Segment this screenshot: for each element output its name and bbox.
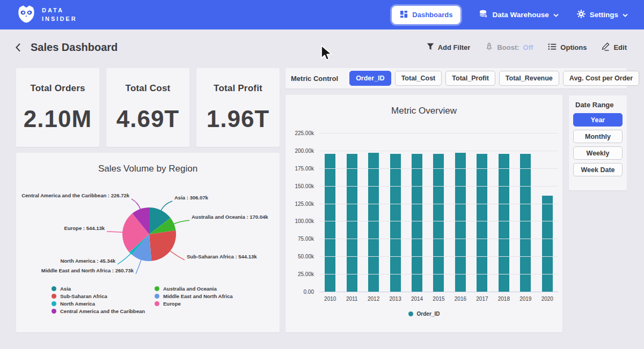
database-icon xyxy=(479,10,488,20)
pie-label-connector xyxy=(118,253,131,264)
nav-item-settings[interactable]: Settings xyxy=(577,10,628,20)
page-title: Sales Dashboard xyxy=(31,41,118,54)
bar-2015[interactable] xyxy=(433,154,444,292)
bar-chart-title: Metric Overview xyxy=(286,106,562,116)
legend-item-north-america[interactable]: North America xyxy=(52,301,155,307)
pie-slice-sub-saharan-africa[interactable] xyxy=(149,231,176,261)
bar-slot xyxy=(384,133,406,292)
bar-chart-card: Metric Overview 225.00k200.00k175.00k150… xyxy=(286,95,562,332)
pie-label-connector xyxy=(161,201,172,211)
legend-item-australia-and-oceania[interactable]: Australia and Oceania xyxy=(155,286,233,292)
x-axis: 2010201120122013201420152016201720182019… xyxy=(319,296,558,302)
x-tick-label: 2010 xyxy=(319,296,341,302)
add-filter-button[interactable]: Add Filter xyxy=(427,43,471,52)
bar-2010[interactable] xyxy=(325,154,335,292)
chevron-down-icon xyxy=(623,11,628,19)
bar-2012[interactable] xyxy=(368,153,379,292)
x-tick-label: 2014 xyxy=(406,296,428,302)
legend-item-sub-saharan-africa[interactable]: Sub-Saharan Africa xyxy=(52,293,155,299)
date-range-option-year[interactable]: Year xyxy=(573,113,623,127)
nav-item-dashboards[interactable]: Dashboards xyxy=(392,6,460,24)
boost-value: Off xyxy=(523,43,533,51)
kpi-value: 1.96T xyxy=(207,106,270,132)
bar-slot xyxy=(406,133,428,292)
pie-label-connector xyxy=(173,220,189,224)
chevron-left-icon xyxy=(15,43,21,52)
options-button[interactable]: Options xyxy=(548,43,587,52)
legend-item-central-america-and-the-caribbean[interactable]: Central America and the Caribbean xyxy=(52,308,155,314)
bar-slot xyxy=(493,133,515,292)
nav-item-data-warehouse[interactable]: Data Warehouse xyxy=(479,10,558,20)
metric-option-total-revenue[interactable]: Total_Revenue xyxy=(499,71,559,86)
bar-slot xyxy=(471,133,493,292)
legend-item-europe[interactable]: Europe xyxy=(155,301,233,307)
filter-icon xyxy=(427,43,434,52)
date-range-option-week-date[interactable]: Week Date xyxy=(573,163,623,176)
kpi-card-total-profit: Total Profit 1.96T xyxy=(196,68,280,147)
bar-2020[interactable] xyxy=(542,196,553,292)
bar-2011[interactable] xyxy=(347,154,357,292)
pie-label-middle-east-and-north-africa: Middle East and North Africa : 260.73k xyxy=(41,268,134,273)
pie-label-connector xyxy=(131,199,141,210)
date-range-card: Date Range YearMonthlyWeeklyWeek Date xyxy=(569,95,627,190)
date-range-options: YearMonthlyWeeklyWeek Date xyxy=(573,113,623,176)
legend-label: Europe xyxy=(163,301,181,307)
metric-option-avg-cost-per-order[interactable]: Avg. Cost per Order xyxy=(563,71,639,86)
bar-2019[interactable] xyxy=(520,154,531,292)
bar-2013[interactable] xyxy=(390,154,401,292)
brand-name: DATA INSIDER xyxy=(42,6,77,24)
back-button[interactable] xyxy=(15,43,21,52)
dashboard-header: Sales Dashboard Add Filter Boost: Off xyxy=(0,29,644,65)
metric-control-bar: Metric Control Order_IDTotal_CostTotal_P… xyxy=(286,68,627,88)
pie-label-asia: Asia : 306.07k xyxy=(174,195,209,201)
gridline xyxy=(319,221,558,221)
bar-legend[interactable]: Order_ID xyxy=(286,311,562,317)
metric-option-total-cost[interactable]: Total_Cost xyxy=(395,71,442,86)
edit-button[interactable]: Edit xyxy=(602,42,627,53)
bar-2014[interactable] xyxy=(412,154,422,292)
metric-option-order-id[interactable]: Order_ID xyxy=(349,71,391,86)
bar-slot xyxy=(363,133,384,292)
x-tick-label: 2011 xyxy=(341,296,362,302)
legend-label: Sub-Saharan Africa xyxy=(60,293,107,299)
legend-dot xyxy=(155,294,159,299)
date-range-option-monthly[interactable]: Monthly xyxy=(573,130,623,143)
x-tick-label: 2017 xyxy=(471,296,493,302)
bar-2016[interactable] xyxy=(455,153,466,292)
x-tick-label: 2018 xyxy=(493,296,515,302)
y-tick-label: 0.00 xyxy=(304,289,314,295)
bar-slot xyxy=(450,133,471,292)
bars xyxy=(319,133,558,292)
metric-option-total-profit[interactable]: Total_Profit xyxy=(445,71,495,86)
legend-dot xyxy=(52,309,56,314)
app-root: DATA INSIDER Dashboards xyxy=(0,0,644,349)
bar-2017[interactable] xyxy=(477,154,487,292)
pie-label-connector xyxy=(107,232,123,232)
owl-logo-icon xyxy=(16,4,36,26)
y-tick-label: 25.00k xyxy=(298,271,314,277)
x-tick-label: 2020 xyxy=(537,296,558,302)
metric-options: Order_IDTotal_CostTotal_ProfitTotal_Reve… xyxy=(349,71,639,86)
pie-label-north-america: North America : 45.34k xyxy=(60,258,115,264)
legend-dot xyxy=(52,301,56,306)
bar-slot xyxy=(428,133,449,292)
list-icon xyxy=(548,43,557,52)
pie-label-connector xyxy=(136,259,141,274)
kpi-label: Total Profit xyxy=(214,83,262,94)
boost-toggle[interactable]: Boost: Off xyxy=(485,42,533,53)
y-tick-label: 150.00k xyxy=(295,183,314,189)
kpi-value: 2.10M xyxy=(24,106,92,132)
legend-item-middle-east-and-north-africa[interactable]: Middle East and North Africa xyxy=(155,293,233,299)
legend-item-asia[interactable]: Asia xyxy=(52,286,155,292)
kpi-value: 4.69T xyxy=(116,106,180,132)
bar-2018[interactable] xyxy=(499,154,509,292)
date-range-option-weekly[interactable]: Weekly xyxy=(573,146,623,160)
pie-chart-card: Sales Volume by Region Asia : 306.07kAus… xyxy=(16,153,280,332)
y-tick-label: 75.00k xyxy=(298,236,314,242)
x-tick-label: 2015 xyxy=(428,296,449,302)
nav-item-label: Settings xyxy=(590,11,618,19)
pencil-icon xyxy=(602,42,610,53)
y-tick-label: 100.00k xyxy=(295,218,314,224)
navbar: DATA INSIDER Dashboards xyxy=(0,0,644,29)
chevron-down-icon xyxy=(553,11,559,19)
